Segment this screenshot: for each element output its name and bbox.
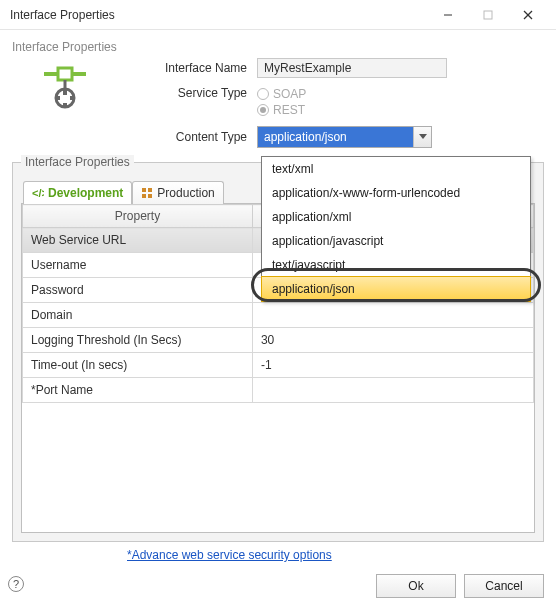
prop-name: Password	[23, 278, 253, 303]
dropdown-option[interactable]: application/javascript	[262, 229, 530, 253]
svg-text:</>: </>	[32, 187, 44, 199]
service-type-soap-option: SOAP	[257, 86, 544, 102]
radio-icon	[257, 88, 269, 100]
tab-production[interactable]: Production	[132, 181, 223, 204]
help-icon[interactable]: ?	[8, 576, 24, 592]
titlebar: Interface Properties	[0, 0, 556, 30]
dropdown-option[interactable]: text/xml	[262, 157, 530, 181]
prop-value[interactable]: -1	[252, 353, 533, 378]
svg-rect-16	[142, 194, 146, 198]
svg-rect-10	[55, 96, 60, 100]
cancel-button[interactable]: Cancel	[464, 574, 544, 598]
prop-name: Domain	[23, 303, 253, 328]
prop-name: *Port Name	[23, 378, 253, 403]
table-row[interactable]: Domain	[23, 303, 534, 328]
service-type-rest-option: REST	[257, 102, 544, 118]
svg-rect-5	[58, 68, 72, 80]
radio-checked-icon	[257, 104, 269, 116]
table-row[interactable]: Logging Threshold (In Secs) 30	[23, 328, 534, 353]
dropdown-option[interactable]: text/javascript	[262, 253, 530, 277]
interface-icon	[38, 66, 92, 120]
col-property: Property	[23, 205, 253, 228]
prop-value[interactable]	[252, 303, 533, 328]
content-area: Interface Name Service Type SOAP REST Co…	[0, 58, 556, 542]
table-row[interactable]: Time-out (In secs) -1	[23, 353, 534, 378]
svg-rect-14	[142, 188, 146, 192]
svg-rect-11	[70, 96, 75, 100]
advance-security-link[interactable]: *Advance web service security options	[127, 548, 332, 562]
svg-rect-17	[148, 194, 152, 198]
panel-title: Interface Properties	[21, 155, 134, 169]
content-type-label: Content Type	[12, 130, 257, 144]
minimize-button[interactable]	[428, 1, 468, 29]
subheader: Interface Properties	[0, 30, 556, 58]
prop-name: Web Service URL	[23, 228, 253, 253]
dropdown-option[interactable]: application/x-www-form-urlencoded	[262, 181, 530, 205]
svg-rect-9	[63, 103, 67, 108]
close-button[interactable]	[508, 1, 548, 29]
code-icon: </>	[32, 187, 44, 199]
content-type-dropdown[interactable]: text/xml application/x-www-form-urlencod…	[261, 156, 531, 302]
prop-name: Time-out (In secs)	[23, 353, 253, 378]
rest-label: REST	[273, 103, 305, 117]
content-type-selected: application/json	[258, 127, 413, 147]
window-title: Interface Properties	[10, 8, 428, 22]
table-row[interactable]: *Port Name	[23, 378, 534, 403]
soap-label: SOAP	[273, 87, 306, 101]
grid-icon	[141, 187, 153, 199]
tab-development-label: Development	[48, 186, 123, 200]
svg-rect-1	[484, 11, 492, 19]
maximize-button[interactable]	[468, 1, 508, 29]
prop-value[interactable]: 30	[252, 328, 533, 353]
dropdown-option-highlighted[interactable]: application/json	[261, 276, 531, 302]
prop-value[interactable]	[252, 378, 533, 403]
prop-name: Username	[23, 253, 253, 278]
interface-name-field[interactable]	[257, 58, 447, 78]
svg-rect-15	[148, 188, 152, 192]
chevron-down-icon[interactable]	[413, 127, 431, 147]
prop-name: Logging Threshold (In Secs)	[23, 328, 253, 353]
dialog-footer: Ok Cancel	[12, 574, 544, 598]
svg-rect-8	[63, 90, 67, 95]
dropdown-option[interactable]: application/xml	[262, 205, 530, 229]
tab-development[interactable]: </> Development	[23, 181, 132, 204]
content-type-combo[interactable]: application/json	[257, 126, 432, 148]
ok-button[interactable]: Ok	[376, 574, 456, 598]
svg-marker-12	[419, 134, 427, 139]
tab-production-label: Production	[157, 186, 214, 200]
tabs: </> Development Production	[23, 181, 224, 204]
